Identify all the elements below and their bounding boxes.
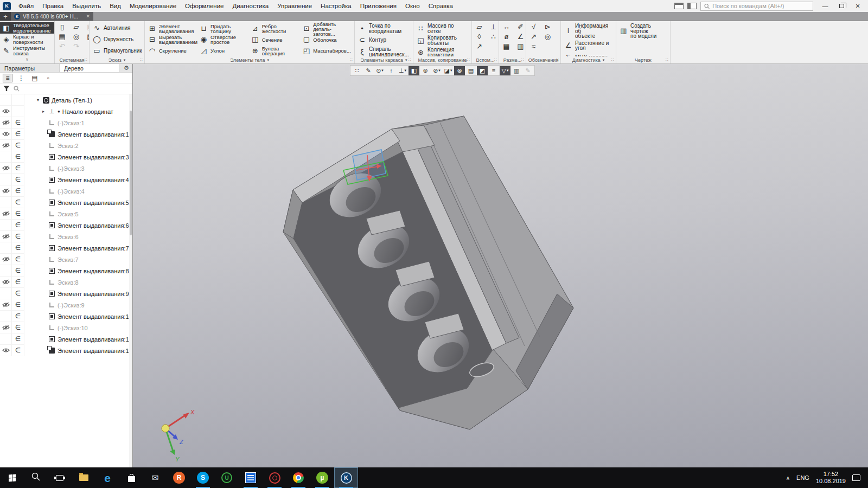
restore-button[interactable] — [833, 1, 850, 11]
taskbar-search-button[interactable] — [24, 467, 48, 488]
tab-tree[interactable]: Дерево — [60, 64, 119, 72]
tree-item[interactable]: ∈Элемент выдавливания:10 — [0, 311, 132, 322]
menu-item-11[interactable]: Окно — [401, 1, 424, 11]
hide-icon[interactable]: ⊘▾ — [431, 66, 442, 75]
tree-item[interactable]: ∈Элемент выдавливания:3 — [0, 151, 132, 163]
tree-item-label[interactable]: Элемент выдавливания:7 — [58, 245, 129, 252]
tree-item[interactable]: ∈Элемент выдавливания:5 — [0, 197, 132, 208]
cs-icon[interactable]: ⊥▾ — [397, 66, 408, 75]
menu-item-3[interactable]: Выделить — [68, 1, 105, 11]
taskbar-chrome-button[interactable] — [286, 467, 310, 488]
eye-icon[interactable] — [0, 106, 12, 117]
taskbar-kompas-button[interactable]: K — [334, 467, 358, 488]
sketch-tools-mode-button[interactable]: ✎Инструменты эскиза — [0, 45, 54, 56]
tree-item-label[interactable]: Элемент выдавливания:1 — [58, 131, 129, 138]
datum-icon[interactable]: ⊳ — [543, 23, 552, 31]
tree-item[interactable]: ∈(-)Эскиз:4 — [0, 185, 132, 197]
tree-item-label[interactable]: (-)Эскиз:4 — [58, 188, 85, 195]
document-tab[interactable]: K V8 5.5 400 ls 600+ H... ✕ — [11, 12, 93, 21]
dropdown-caret-icon[interactable]: ▾ — [405, 68, 407, 73]
tree-item-label[interactable]: Элемент выдавливания:6 — [58, 222, 129, 229]
tree-item-label[interactable]: Элемент выдавливания:11 — [58, 336, 132, 343]
appearance-icon[interactable]: ◩ — [477, 66, 488, 75]
tab-close-icon[interactable]: ✕ — [86, 14, 90, 19]
tab-parameters[interactable]: Параметры — [0, 64, 60, 72]
tree-item-label[interactable]: Эскиз:7 — [58, 256, 79, 263]
distance-angle-button[interactable]: ∠Расстояние и угол — [564, 41, 613, 51]
new-file-icon[interactable]: ▯ — [58, 23, 67, 31]
linear-dim-icon[interactable]: ↔ — [502, 23, 511, 31]
taskbar-store-button[interactable] — [119, 467, 143, 488]
tolerance-icon[interactable]: ◎ — [543, 33, 552, 41]
command-search-input[interactable] — [712, 3, 809, 9]
offset-plane-icon[interactable]: ▱ — [475, 23, 484, 31]
create-drawing-button[interactable]: ▥Создать чертеж по модели — [619, 23, 667, 39]
tree-item-label[interactable]: (-)Эскиз:1 — [58, 120, 85, 126]
section-dropdown-icon[interactable]: ▾ — [405, 58, 407, 62]
tree-item[interactable]: ∈(-)Эскиз:3 — [0, 163, 132, 174]
rib-button[interactable]: ⊿Ребро жесткости — [251, 23, 301, 34]
tree-item-label[interactable]: Начало координат — [62, 108, 113, 115]
ruler-icon[interactable]: ▥ — [511, 66, 522, 75]
expander-expand-icon[interactable]: ▸ — [41, 109, 46, 114]
command-search[interactable] — [700, 2, 813, 11]
tree-sections-icon[interactable]: ▤ — [30, 74, 39, 82]
cut-extrude-button[interactable]: ⊟Вырезать выдавливанием — [148, 34, 197, 45]
contour-button[interactable]: ⊂Контур — [358, 35, 410, 45]
shell-button[interactable]: ▢Оболочка — [302, 34, 352, 45]
boolean-button[interactable]: ⊕Булева операция — [251, 46, 301, 56]
dropdown-caret-icon[interactable]: ▾ — [507, 68, 509, 73]
section-dropdown-icon[interactable]: ▾ — [267, 58, 270, 62]
dropdown-caret-icon[interactable]: ▾ — [381, 68, 384, 73]
tree-item[interactable]: ∈Элемент выдавливания:11 — [0, 333, 132, 345]
section-button[interactable]: ◫Сечение — [251, 34, 301, 45]
taskbar-explorer-button[interactable] — [72, 467, 95, 488]
isolate-icon[interactable]: ⊗ — [454, 66, 465, 75]
close-button[interactable]: ✕ — [850, 1, 866, 11]
layers-icon[interactable]: ≡ — [488, 66, 499, 75]
tree-item[interactable]: ∈Эскиз:6 — [0, 231, 132, 242]
menu-item-1[interactable]: Файл — [14, 1, 38, 11]
tree-item-label[interactable]: Элемент выдавливания:9 — [58, 291, 129, 297]
eye-crossed-icon[interactable] — [0, 254, 12, 265]
tree-item[interactable]: ∈Элемент выдавливания:4 — [0, 174, 132, 185]
eye-crossed-icon[interactable] — [0, 277, 12, 288]
taskbar-r-app-button[interactable]: R — [167, 467, 191, 488]
zoom-icon[interactable]: ⊙▾ — [374, 66, 385, 75]
taskbar-red-app-button[interactable] — [263, 467, 286, 488]
taskbar-utorrent-button[interactable]: µ — [310, 467, 334, 488]
eye-crossed-icon[interactable] — [0, 140, 12, 151]
tree-item-label[interactable]: Эскиз:5 — [58, 211, 79, 217]
tree-item-label[interactable]: Элемент выдавливания:10 — [58, 313, 132, 320]
tree-item-label[interactable]: Эскиз:2 — [58, 143, 79, 149]
info-button[interactable]: iИнформация об объекте — [564, 23, 613, 39]
new-tab-button[interactable]: + — [0, 12, 11, 21]
preview-icon[interactable]: ◎ — [72, 33, 81, 41]
solid-modeling-mode-button[interactable]: ◧Твердотельное моделирование — [0, 22, 54, 34]
expander-collapse-icon[interactable]: ▾ — [35, 98, 41, 102]
point-button[interactable]: •Точка по координатам — [358, 23, 410, 34]
tree-item[interactable]: ▸⊥●Начало координат — [0, 106, 132, 117]
copy-objects-button[interactable]: ◱Копировать объекты — [416, 35, 469, 46]
tree-item-label[interactable]: Элемент выдавливания:3 — [58, 154, 129, 160]
eye-crossed-icon[interactable] — [0, 117, 12, 129]
open-folder-icon[interactable]: ▱ — [72, 23, 81, 31]
circle-button[interactable]: ◯Окружность — [92, 35, 142, 44]
tree-item[interactable]: ∈Элемент выдавливания:12 — [0, 345, 132, 356]
tree-item[interactable]: ▾Деталь (Тел-1) — [0, 94, 132, 106]
sketch-icon[interactable]: ✎ — [363, 66, 374, 75]
scene-icon[interactable]: ▤ — [465, 66, 476, 75]
surfaces-mode-button[interactable]: ◈Каркас и поверхности — [0, 34, 54, 45]
tree-item[interactable]: ∈Элемент выдавливания:6 — [0, 220, 132, 231]
clip-icon[interactable]: ◪▾ — [443, 66, 454, 75]
menu-item-9[interactable]: Настройка — [316, 1, 356, 11]
tree-item-label[interactable]: Эскиз:8 — [58, 279, 79, 286]
tree-relations-icon[interactable]: ⋮ — [17, 74, 25, 82]
tree-search-input[interactable] — [23, 86, 129, 92]
menu-item-2[interactable]: Правка — [38, 1, 68, 11]
cs-axes-icon[interactable]: ⊥ — [489, 23, 498, 31]
tree-structure-icon[interactable]: ≡ — [3, 74, 12, 82]
section-dropdown-icon[interactable]: ▾ — [124, 58, 126, 62]
filter-icon[interactable]: ▽▾ — [500, 66, 510, 75]
dropdown-caret-icon[interactable]: ▾ — [450, 68, 452, 73]
